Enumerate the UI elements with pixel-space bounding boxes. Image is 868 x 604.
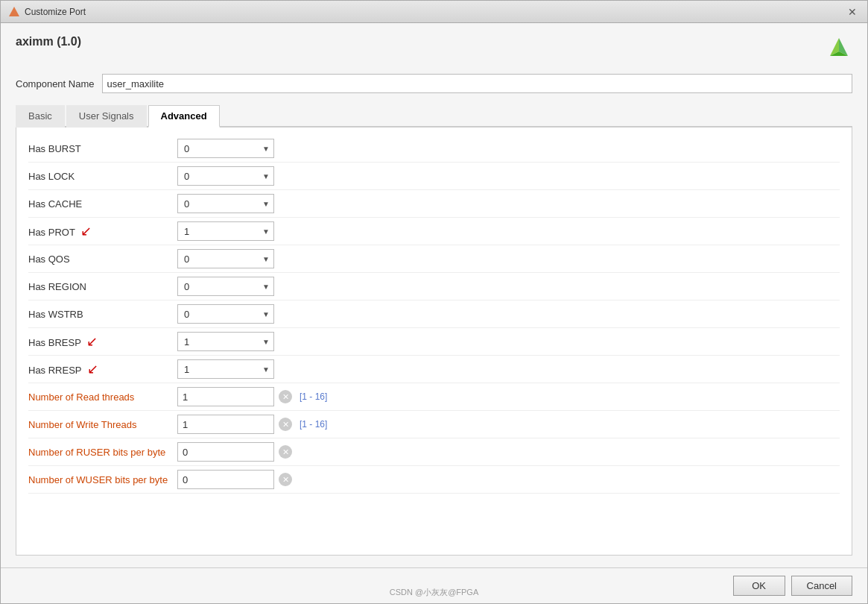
select-wrapper-has-burst: 01 ▼ [177, 139, 274, 158]
select-has-rresp[interactable]: 01 [177, 359, 274, 379]
title-bar: Customize Port ✕ [1, 1, 867, 23]
clear-num-read-threads[interactable]: ✕ [279, 390, 292, 403]
scribble-bresp: ↙ [86, 333, 98, 350]
row-has-cache: Has CACHE 01 ▼ [28, 190, 840, 218]
row-has-burst: Has BURST 01 ▼ [28, 135, 840, 163]
select-wrapper-has-wstrb: 01 ▼ [177, 304, 274, 324]
select-has-region[interactable]: 01 [177, 277, 274, 296]
window-title: Customize Port [25, 7, 86, 17]
select-has-lock[interactable]: 01 [177, 166, 274, 186]
tab-advanced[interactable]: Advanced [148, 105, 220, 128]
input-num-read-threads[interactable] [177, 387, 274, 406]
header-row: aximm (1.0) [16, 35, 852, 62]
clear-num-ruser-bits[interactable]: ✕ [279, 445, 292, 459]
main-window: Customize Port ✕ aximm (1.0) Component N… [0, 0, 868, 604]
component-name-label: Component Name [16, 78, 95, 89]
select-wrapper-has-cache: 01 ▼ [177, 194, 274, 213]
row-has-lock: Has LOCK 01 ▼ [28, 163, 840, 190]
range-hint-write-threads: [1 - 16] [300, 419, 327, 430]
cancel-button[interactable]: Cancel [791, 576, 852, 596]
clear-num-write-threads[interactable]: ✕ [279, 418, 292, 431]
vivado-logo [826, 35, 852, 62]
scribble-prot: ↙ [80, 223, 92, 239]
select-has-qos[interactable]: 01 [177, 249, 274, 268]
select-wrapper-has-rresp: 01 ▼ [177, 359, 274, 379]
input-num-ruser-bits[interactable] [177, 442, 274, 462]
label-has-prot: Has PROT ↙ [28, 223, 177, 239]
label-num-write-threads: Number of Write Threads [28, 419, 177, 430]
tabs-bar: Basic User Signals Advanced [16, 104, 852, 128]
app-icon [8, 6, 20, 18]
row-has-wstrb: Has WSTRB 01 ▼ [28, 301, 840, 328]
select-wrapper-has-qos: 01 ▼ [177, 249, 274, 268]
row-has-rresp: Has RRESP ↙ 01 ▼ [28, 356, 840, 383]
row-has-qos: Has QOS 01 ▼ [28, 245, 840, 273]
label-num-read-threads: Number of Read threads [28, 391, 177, 403]
input-num-write-threads[interactable] [177, 415, 274, 434]
row-num-ruser-bits: Number of RUSER bits per byte ✕ [28, 438, 840, 466]
title-bar-left: Customize Port [8, 6, 86, 18]
tab-user-signals[interactable]: User Signals [66, 105, 147, 128]
bottom-bar: OK Cancel [1, 567, 867, 603]
select-wrapper-has-lock: 01 ▼ [177, 166, 274, 186]
row-num-write-threads: Number of Write Threads ✕ [1 - 16] [28, 411, 840, 438]
label-has-bresp: Has BRESP ↙ [28, 333, 177, 350]
input-num-wuser-bits[interactable] [177, 470, 274, 489]
label-has-burst: Has BURST [28, 143, 177, 154]
label-num-wuser-bits: Number of WUSER bits per byte [28, 474, 177, 485]
ok-button[interactable]: OK [733, 576, 785, 596]
label-has-qos: Has QOS [28, 254, 177, 265]
select-has-burst[interactable]: 01 [177, 139, 274, 158]
label-has-wstrb: Has WSTRB [28, 309, 177, 320]
clear-num-wuser-bits[interactable]: ✕ [279, 473, 292, 486]
scribble-rresp: ↙ [87, 361, 98, 377]
select-wrapper-has-prot: 01 ▼ [177, 221, 274, 241]
select-wrapper-has-bresp: 01 ▼ [177, 332, 274, 351]
component-name-input[interactable] [102, 74, 853, 93]
input-wrapper-num-wuser-bits: ✕ [177, 470, 292, 489]
select-wrapper-has-region: 01 ▼ [177, 277, 274, 296]
select-has-prot[interactable]: 01 [177, 221, 274, 241]
label-has-lock: Has LOCK [28, 171, 177, 182]
row-has-bresp: Has BRESP ↙ 01 ▼ [28, 328, 840, 356]
row-num-read-threads: Number of Read threads ✕ [1 - 16] [28, 383, 840, 411]
select-has-cache[interactable]: 01 [177, 194, 274, 213]
content-area: aximm (1.0) Component Name Basic User Si… [1, 23, 867, 567]
close-button[interactable]: ✕ [845, 6, 860, 18]
input-wrapper-num-read-threads: ✕ [1 - 16] [177, 387, 327, 406]
row-has-prot: Has PROT ↙ 01 ▼ [28, 218, 840, 245]
row-has-region: Has REGION 01 ▼ [28, 273, 840, 301]
svg-marker-0 [9, 7, 19, 16]
select-has-wstrb[interactable]: 01 [177, 304, 274, 324]
component-name-row: Component Name [16, 74, 852, 93]
select-has-bresp[interactable]: 01 [177, 332, 274, 351]
label-has-cache: Has CACHE [28, 198, 177, 210]
app-title: aximm (1.0) [16, 35, 81, 48]
label-has-rresp: Has RRESP ↙ [28, 361, 177, 377]
input-wrapper-num-write-threads: ✕ [1 - 16] [177, 415, 327, 434]
label-has-region: Has REGION [28, 281, 177, 292]
range-hint-read-threads: [1 - 16] [300, 391, 327, 402]
tab-basic[interactable]: Basic [16, 105, 65, 128]
row-num-wuser-bits: Number of WUSER bits per byte ✕ [28, 466, 840, 494]
input-wrapper-num-ruser-bits: ✕ [177, 442, 292, 462]
tab-panel-advanced: Has BURST 01 ▼ Has LOCK 01 ▼ [16, 128, 852, 556]
label-num-ruser-bits: Number of RUSER bits per byte [28, 447, 177, 458]
